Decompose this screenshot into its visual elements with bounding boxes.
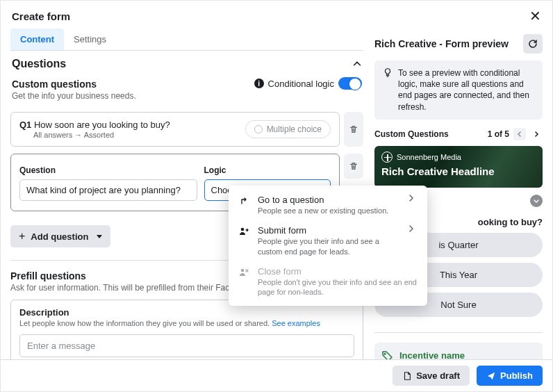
description-title: Description [19,307,354,318]
chevron-right-icon [408,195,419,202]
logic-dropdown: Go to a question People see a new or exi… [229,186,427,306]
save-draft-button[interactable]: Save draft [393,366,470,386]
preview-notice: To see a preview with conditional logic,… [374,60,543,120]
overview-toggle[interactable] [530,195,543,207]
trash-icon [349,161,358,171]
refresh-button[interactable] [523,34,543,54]
refresh-icon [527,38,538,49]
pager-count: 1 of 5 [488,129,509,139]
pager: Custom Questions 1 of 5 [374,128,543,140]
send-icon [486,371,496,381]
see-examples-link[interactable]: See examples [272,319,320,327]
custom-questions-title: Custom questions [12,79,136,90]
person-submit-icon [237,226,251,237]
chevron-up-icon[interactable] [352,59,362,69]
q2-question-header: Question [19,165,197,175]
conditional-logic-toggle[interactable] [338,77,362,90]
svg-point-0 [241,228,245,231]
preview-title: Rich Creative - Form preview [374,38,509,49]
modal-title: Create form [12,10,70,22]
trash-icon [349,124,358,134]
multiple-choice-chip: Multiple choice [245,120,331,138]
q2-logic-header: Logic [204,165,331,175]
delete-q1-button[interactable] [344,112,363,147]
tabs: Content Settings [10,28,363,51]
divider [374,332,543,333]
person-close-icon [237,267,251,278]
delete-q2-button[interactable] [344,154,363,179]
tab-content[interactable]: Content [10,28,64,50]
section-title: Questions [12,58,66,70]
chevron-down-icon [533,197,540,204]
chevron-right-icon [408,225,419,232]
dropdown-close-form[interactable]: Close form People don't give you their i… [229,261,427,302]
conditional-logic-label: Conditional logic [268,79,334,89]
footer: Save draft Publish [1,359,552,391]
publish-button[interactable]: Publish [477,366,543,386]
preview-banner: Sonnenberg Media Rich Creative Headline [374,146,543,188]
dropdown-submit-form[interactable]: Submit form People give you their info a… [229,220,427,261]
info-icon[interactable]: i [254,79,264,88]
description-sub: Let people know how the information they… [19,319,354,327]
caret-down-icon [97,235,102,238]
bulb-icon [383,67,393,113]
brand-icon [381,152,393,163]
q1-label: Q1 [19,120,31,130]
document-icon [402,371,412,381]
pager-label: Custom Questions [374,129,449,139]
pager-prev-button[interactable] [513,128,526,140]
q1-text: How soon are you looking to buy? [34,120,170,130]
question-row-1: Q1 How soon are you looking to buy? All … [10,112,363,147]
tab-settings[interactable]: Settings [64,28,116,50]
pager-next-button[interactable] [530,128,543,140]
add-question-button[interactable]: + Add question [10,225,110,247]
banner-headline: Rich Creative Headline [381,165,536,177]
brand-name: Sonnenberg Media [397,153,461,161]
arrow-turn-icon [237,195,251,206]
q2-question-input[interactable]: What kind of project are you planning? [19,179,197,201]
custom-questions-desc: Get the info your business needs. [12,91,136,101]
chevron-right-icon [534,131,539,137]
radio-icon [254,125,263,133]
close-icon[interactable]: ✕ [529,8,541,24]
dropdown-goto-question[interactable]: Go to a question People see a new or exi… [229,190,427,220]
description-card: Description Let people know how the info… [10,300,363,364]
q1-sub: All answers → Assorted [19,131,170,139]
svg-point-1 [241,269,245,272]
plus-icon: + [19,230,25,243]
description-input[interactable]: Enter a message [19,334,354,357]
chevron-left-icon [517,131,522,137]
